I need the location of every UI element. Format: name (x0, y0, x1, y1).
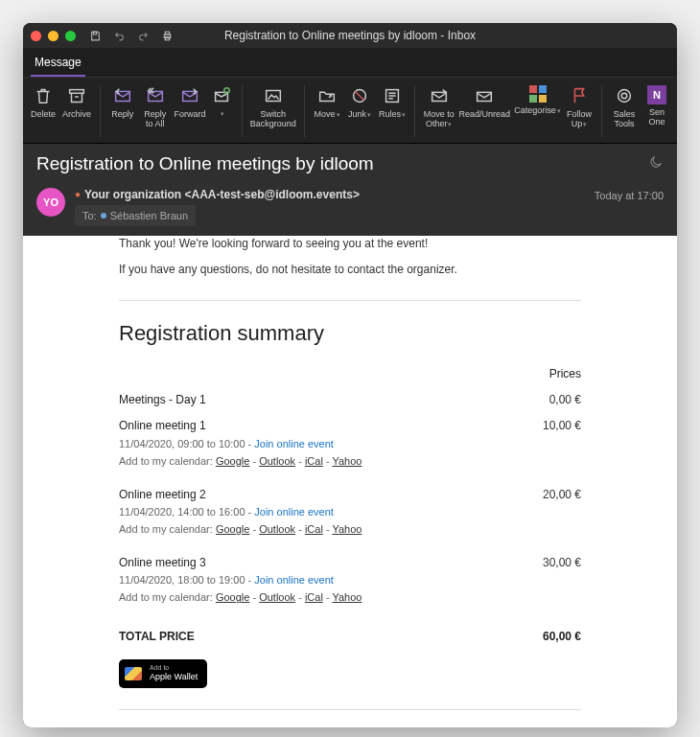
divider (119, 709, 581, 710)
calendar-yahoo-link[interactable]: Yahoo (332, 591, 362, 603)
calendar-google-link[interactable]: Google (216, 523, 249, 535)
rules-button[interactable]: Rules▾ (376, 83, 408, 139)
save-icon[interactable] (89, 30, 102, 42)
ribbon-tabstrip: Message (23, 48, 677, 77)
avatar[interactable]: YO (36, 188, 65, 217)
wallet-icon (125, 667, 142, 680)
follow-up-button[interactable]: Follow Up▾ (563, 83, 595, 139)
table-row: Online meeting 2 20,00 € (119, 487, 581, 503)
read-unread-button[interactable]: Read/Unread (457, 83, 513, 139)
send-onenote-button[interactable]: N Sen One (641, 83, 673, 139)
reply-button[interactable]: Reply (106, 83, 139, 139)
undo-icon[interactable] (113, 30, 126, 42)
svg-rect-16 (478, 92, 492, 101)
message-body[interactable]: Thank you! We're looking forward to seei… (23, 236, 677, 727)
close-window-button[interactable] (31, 31, 41, 41)
titlebar: Registration to Online meetings by idloo… (23, 23, 677, 48)
svg-rect-6 (70, 90, 84, 94)
table-row: Online meeting 1 10,00 € (119, 418, 581, 434)
fullscreen-window-button[interactable] (65, 31, 76, 41)
svg-rect-0 (93, 32, 96, 35)
item-subline: 11/04/2020, 18:00 to 19:00 - Join online… (119, 573, 581, 588)
window-controls (31, 31, 76, 41)
calendar-google-link[interactable]: Google (216, 591, 249, 603)
apple-wallet-button[interactable]: Add to Apple Wallet (119, 659, 207, 688)
tab-message[interactable]: Message (31, 52, 85, 77)
item-subline: 11/04/2020, 09:00 to 10:00 - Join online… (119, 437, 581, 452)
ribbon: Delete Archive Reply Reply to All Forwar… (23, 77, 677, 144)
registration-summary-title: Registration summary (119, 318, 581, 349)
calendar-outlook-link[interactable]: Outlook (259, 455, 295, 467)
item-subline: 11/04/2020, 14:00 to 16:00 - Join online… (119, 505, 581, 520)
add-calendar-line: Add to my calendar: Google - Outlook - i… (119, 522, 581, 538)
forward-button[interactable]: Forward (172, 83, 209, 139)
join-online-event-link[interactable]: Join online event (254, 438, 334, 449)
archive-button[interactable]: Archive (59, 83, 94, 139)
dark-mode-icon[interactable] (648, 153, 664, 174)
sender-line: ●Your organization <AAA-test-seb@idloom.… (75, 188, 585, 201)
calendar-outlook-link[interactable]: Outlook (259, 591, 295, 603)
junk-button[interactable]: Junk▾ (343, 83, 376, 139)
add-calendar-line: Add to my calendar: Google - Outlook - i… (119, 454, 581, 470)
join-online-event-link[interactable]: Join online event (254, 574, 334, 586)
redo-icon[interactable] (137, 30, 150, 42)
calendar-google-link[interactable]: Google (216, 455, 249, 467)
categorise-button[interactable]: Categorise▾ (512, 83, 563, 139)
move-to-other-button[interactable]: Move to Other▾ (421, 83, 457, 139)
to-row[interactable]: To:Sébastien Braun (75, 205, 196, 226)
total-row: TOTAL PRICE 60,00 € (119, 615, 581, 645)
svg-rect-15 (432, 92, 446, 101)
switch-background-button[interactable]: Switch Background (248, 83, 298, 139)
minimize-window-button[interactable] (48, 31, 58, 41)
body-line-2: If you have any questions, do not hesita… (119, 262, 581, 278)
calendar-ical-link[interactable]: iCal (305, 455, 323, 467)
calendar-yahoo-link[interactable]: Yahoo (332, 523, 362, 535)
calendar-outlook-link[interactable]: Outlook (259, 523, 295, 535)
prices-column-header: Prices (549, 366, 581, 382)
svg-rect-2 (165, 32, 169, 35)
svg-point-18 (621, 93, 627, 99)
timestamp: Today at 17:00 (595, 188, 664, 201)
calendar-ical-link[interactable]: iCal (305, 523, 323, 535)
calendar-ical-link[interactable]: iCal (305, 591, 323, 603)
subject-text: Registration to Online meetings by idloo… (36, 153, 374, 174)
attachment-button[interactable]: ▾ (208, 83, 235, 139)
sales-tools-button[interactable]: Sales Tools (608, 83, 641, 139)
table-row: Online meeting 3 30,00 € (119, 555, 581, 571)
svg-point-17 (618, 90, 631, 103)
message-header: Registration to Online meetings by idloo… (23, 144, 677, 236)
join-online-event-link[interactable]: Join online event (254, 506, 334, 518)
move-button[interactable]: Move▾ (311, 83, 343, 139)
body-line-1: Thank you! We're looking forward to seei… (119, 236, 581, 252)
print-icon[interactable] (161, 30, 174, 42)
outlook-window: Registration to Online meetings by idloo… (23, 23, 677, 727)
add-calendar-line: Add to my calendar: Google - Outlook - i… (119, 590, 581, 606)
delete-button[interactable]: Delete (27, 83, 59, 139)
divider (119, 300, 581, 301)
reply-all-button[interactable]: Reply to All (139, 83, 172, 139)
calendar-yahoo-link[interactable]: Yahoo (332, 455, 362, 467)
table-row: Meetings - Day 1 0,00 € (119, 392, 581, 408)
